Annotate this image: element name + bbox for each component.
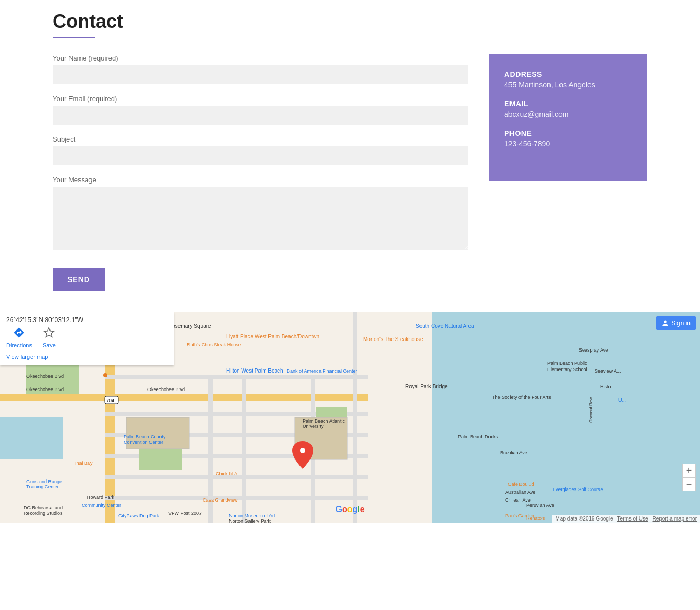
- report-link[interactable]: Report a map error: [653, 516, 697, 522]
- email-input[interactable]: [53, 106, 468, 125]
- svg-text:DC Rehearsal and: DC Rehearsal and: [24, 505, 63, 511]
- directions-label: Directions: [6, 342, 32, 348]
- svg-text:Seaview A...: Seaview A...: [595, 368, 621, 374]
- svg-text:Okeechobee Blvd: Okeechobee Blvd: [26, 374, 64, 379]
- svg-text:Rosemary Square: Rosemary Square: [168, 323, 211, 329]
- google-logo: Google: [335, 505, 364, 514]
- svg-text:Guns and Range: Guns and Range: [26, 479, 62, 484]
- svg-text:Palm Beach County: Palm Beach County: [124, 434, 166, 439]
- email-label-info: EMAIL: [504, 99, 633, 108]
- page-title: Contact: [53, 11, 647, 33]
- svg-text:Howard Park: Howard Park: [87, 495, 115, 500]
- phone-label: PHONE: [504, 129, 633, 137]
- svg-text:Thai Bay: Thai Bay: [74, 461, 93, 466]
- save-icon: [43, 327, 55, 341]
- subject-label: Subject: [53, 135, 468, 143]
- message-label: Your Message: [53, 176, 468, 184]
- subject-input[interactable]: [53, 146, 468, 165]
- title-underline: [53, 37, 95, 38]
- svg-marker-3: [379, 312, 432, 523]
- map-coordinates: 26°42'15.3"N 80°03'12.1"W: [6, 316, 167, 324]
- email-group: Your Email (required): [53, 95, 468, 125]
- svg-text:University: University: [303, 424, 324, 429]
- svg-rect-9: [242, 375, 246, 523]
- zoom-out-button[interactable]: −: [682, 477, 696, 491]
- subject-group: Subject: [53, 135, 468, 165]
- svg-text:Okeechobee Blvd: Okeechobee Blvd: [147, 387, 185, 392]
- svg-text:Okeechobee Blvd: Okeechobee Blvd: [26, 387, 64, 392]
- name-input[interactable]: [53, 65, 468, 84]
- svg-text:Convention Center: Convention Center: [124, 439, 163, 445]
- message-group: Your Message: [53, 176, 468, 252]
- terms-link[interactable]: Terms of Use: [617, 516, 648, 522]
- map-canvas: Okeechobee Blvd Okeechobee Blvd South Co…: [0, 312, 700, 523]
- svg-text:Elementary School: Elementary School: [547, 367, 587, 372]
- person-icon: [662, 319, 669, 327]
- svg-text:Palm Beach Docks: Palm Beach Docks: [458, 434, 498, 439]
- svg-text:Brazilian Ave: Brazilian Ave: [500, 450, 527, 455]
- svg-text:Cafe Boulud: Cafe Boulud: [508, 482, 534, 487]
- svg-text:Peruvian Ave: Peruvian Ave: [526, 503, 554, 508]
- map-data-text: Map data ©2019 Google: [555, 516, 613, 522]
- directions-icon: [13, 327, 25, 341]
- svg-text:The Society of the Four Arts: The Society of the Four Arts: [492, 395, 551, 400]
- svg-text:CityPaws Dog Park: CityPaws Dog Park: [118, 513, 159, 518]
- svg-text:704: 704: [106, 398, 114, 403]
- svg-point-28: [103, 373, 107, 377]
- map-section: Okeechobee Blvd Okeechobee Blvd South Co…: [0, 312, 700, 523]
- svg-text:Royal Park Bridge: Royal Park Bridge: [405, 384, 448, 389]
- contact-form: Your Name (required) Your Email (require…: [53, 54, 468, 291]
- send-button[interactable]: SEND: [53, 268, 105, 291]
- svg-text:Ruth's Chris Steak House: Ruth's Chris Steak House: [187, 342, 241, 347]
- svg-point-26: [300, 448, 305, 453]
- svg-text:Norton Museum of Art: Norton Museum of Art: [229, 513, 275, 518]
- svg-rect-12: [105, 375, 368, 379]
- svg-text:Community Center: Community Center: [82, 503, 121, 508]
- svg-text:Renato's: Renato's: [526, 516, 545, 521]
- email-label: Your Email (required): [53, 95, 468, 103]
- map-footer: Map data ©2019 Google Terms of Use Repor…: [552, 515, 700, 523]
- svg-text:Palm Beach Atlantic: Palm Beach Atlantic: [303, 418, 345, 424]
- zoom-in-button[interactable]: +: [682, 464, 696, 477]
- svg-text:Palm Beach Public: Palm Beach Public: [547, 361, 587, 366]
- view-larger-link[interactable]: View larger map: [6, 354, 48, 360]
- svg-text:Training Center: Training Center: [26, 484, 59, 489]
- directions-button[interactable]: Directions: [6, 327, 32, 348]
- svg-text:South Cove Natural Area: South Cove Natural Area: [416, 323, 474, 329]
- save-label-map: Save: [43, 342, 56, 348]
- message-input[interactable]: [53, 187, 468, 250]
- phone-section: PHONE 123-456-7890: [504, 129, 633, 148]
- svg-rect-4: [0, 417, 63, 459]
- svg-text:Norton Gallery Park: Norton Gallery Park: [229, 518, 271, 523]
- name-group: Your Name (required): [53, 54, 468, 84]
- map-zoom-controls: + −: [682, 464, 696, 491]
- contact-info-box: ADDRESS 455 Martinson, Los Angeles EMAIL…: [489, 54, 647, 181]
- svg-text:U...: U...: [618, 397, 626, 403]
- address-value: 455 Martinson, Los Angeles: [504, 81, 633, 89]
- email-value: abcxuz@gmail.com: [504, 110, 633, 118]
- contact-section: Contact Your Name (required) Your Email …: [0, 0, 700, 312]
- name-label: Your Name (required): [53, 54, 468, 62]
- svg-text:Hilton West Palm Beach: Hilton West Palm Beach: [226, 368, 283, 374]
- svg-rect-11: [353, 312, 357, 523]
- signin-label: Sign in: [671, 319, 691, 327]
- map-signin-button[interactable]: Sign in: [656, 316, 696, 330]
- address-label: ADDRESS: [504, 70, 633, 78]
- svg-text:Chilean Ave: Chilean Ave: [505, 497, 531, 503]
- svg-text:Recording Studios: Recording Studios: [24, 511, 63, 516]
- svg-text:Bank of America Financial Cent: Bank of America Financial Center: [287, 368, 357, 374]
- svg-text:Seaspray Ave: Seaspray Ave: [579, 347, 608, 353]
- svg-text:Hyatt Place West Palm Beach/Do: Hyatt Place West Palm Beach/Downtwn: [226, 334, 319, 339]
- svg-text:Morton's The Steakhouse: Morton's The Steakhouse: [363, 336, 423, 342]
- map-overlay-bar: 26°42'15.3"N 80°03'12.1"W Directions: [0, 312, 174, 365]
- address-section: ADDRESS 455 Martinson, Los Angeles: [504, 70, 633, 89]
- save-button-map[interactable]: Save: [43, 327, 56, 348]
- email-section: EMAIL abcxuz@gmail.com: [504, 99, 633, 118]
- phone-value: 123-456-7890: [504, 139, 633, 148]
- contact-body: Your Name (required) Your Email (require…: [53, 54, 647, 291]
- svg-text:Coconut Row: Coconut Row: [588, 397, 593, 423]
- svg-text:VFW Post 2007: VFW Post 2007: [168, 511, 202, 516]
- svg-text:Australian Ave: Australian Ave: [505, 489, 535, 495]
- svg-text:Everglades Golf Course: Everglades Golf Course: [553, 487, 603, 492]
- svg-text:Histo...: Histo...: [600, 384, 615, 389]
